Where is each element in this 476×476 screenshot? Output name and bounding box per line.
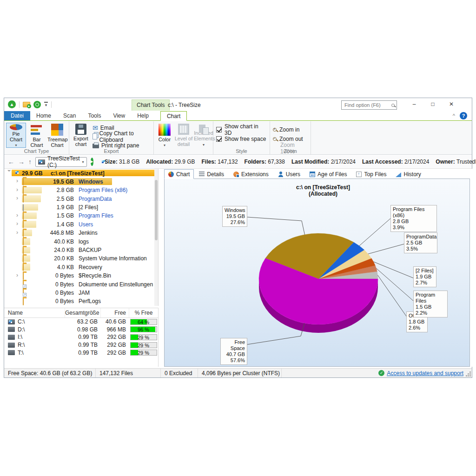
header-pct-free[interactable]: % Free xyxy=(129,308,158,317)
pane-tab-users[interactable]: Users xyxy=(274,170,304,178)
treesize-logo-icon[interactable]: ▲ xyxy=(8,100,16,108)
back-button[interactable]: ← xyxy=(8,159,14,165)
drive-row[interactable]: I:\0.99 TB292 GB29 % xyxy=(4,333,158,341)
chevron-right-icon[interactable]: › xyxy=(16,178,21,184)
header-total-size[interactable]: Gesamtgröße xyxy=(65,308,100,317)
included-elements-button[interactable]: Included Elements ▾ xyxy=(194,123,213,148)
scan-target-combobox[interactable]: TreeSizeTest (C:) ▾ xyxy=(35,157,87,167)
checkbox-checked-icon[interactable] xyxy=(216,136,222,142)
tree-row[interactable]: ›2.5 GBProgramData xyxy=(4,194,158,203)
pie-chart-button[interactable]: Pie Chart ▾ xyxy=(6,123,26,148)
tree-item-size: 40.0 KB xyxy=(23,238,74,245)
copy-icon xyxy=(93,133,97,139)
up-button[interactable]: ↑ xyxy=(28,159,32,165)
scrollbar-thumb[interactable] xyxy=(155,180,158,240)
tree-item-name: Program Files xyxy=(79,212,113,219)
forward-button[interactable]: → xyxy=(18,159,25,165)
pane-tab-chart[interactable]: Chart xyxy=(164,169,194,179)
tree-row[interactable]: ›0 Bytes$Recycle.Bin xyxy=(4,271,158,280)
pane-tab-history[interactable]: History xyxy=(391,170,425,178)
tree-row[interactable]: 20.0 KBSystem Volume Information xyxy=(4,254,158,263)
tree-row[interactable]: 40.0 KBlogs xyxy=(4,237,158,245)
open-and-scan-icon[interactable] xyxy=(23,102,30,107)
print-label: Print right pane xyxy=(101,142,139,149)
show-chart-3d-checkbox[interactable]: Show chart in 3D xyxy=(216,126,267,134)
tree-row[interactable]: 1.9 GB[2 Files] xyxy=(4,203,158,212)
checkbox-checked-icon[interactable] xyxy=(216,127,222,132)
tree-item-name: BACKUP xyxy=(79,247,101,253)
drive-row[interactable]: R:\0.99 TB292 GB29 % xyxy=(4,341,158,349)
chevron-right-icon[interactable]: › xyxy=(16,220,21,227)
copy-chart-button[interactable]: Copy Chart to Clipboard xyxy=(91,132,152,140)
tree-item-name: Users xyxy=(79,221,93,228)
top-tab-icon xyxy=(356,172,362,177)
tree-row[interactable]: 24.0 KBBACKUP xyxy=(4,246,158,254)
quick-access-toolbar: ▲ ▾ xyxy=(8,100,52,108)
chevron-right-icon[interactable]: › xyxy=(16,272,21,278)
rescan-icon[interactable] xyxy=(33,101,41,108)
ribbon-tab-chart[interactable]: Chart xyxy=(160,111,187,121)
ribbon-tab-help[interactable]: Help xyxy=(131,111,155,120)
tree-row[interactable]: ›19.5 GBWindows xyxy=(4,177,158,185)
level-of-detail-button[interactable]: Level of detail xyxy=(174,123,193,148)
find-option-box[interactable] xyxy=(341,100,397,110)
users-tab-icon xyxy=(278,172,284,177)
header-free[interactable]: Free xyxy=(100,308,129,317)
drive-row[interactable]: T:\0.99 TB292 GB29 % xyxy=(4,349,158,357)
tree-row[interactable]: ›2.8 GBProgram Files (x86) xyxy=(4,186,158,194)
resize-grip[interactable] xyxy=(469,375,471,377)
collapse-ribbon-icon[interactable]: ^ xyxy=(453,113,455,119)
chevron-right-icon[interactable]: › xyxy=(16,229,21,236)
header-name[interactable]: Name xyxy=(4,310,65,316)
treemap-chart-button[interactable]: Treemap Chart xyxy=(47,123,67,148)
callout-program-files: Program Files1.5 GB2.2% xyxy=(413,291,448,317)
pane-tab-top-files[interactable]: Top Files xyxy=(352,170,390,178)
drive-row[interactable]: C:\63.2 GB40.6 GB64 % xyxy=(4,318,158,326)
find-option-input[interactable] xyxy=(344,102,391,108)
tree-scrollbar[interactable] xyxy=(154,169,158,306)
ribbon-tab-view[interactable]: View xyxy=(107,111,131,120)
ribbon-tab-tools[interactable]: Tools xyxy=(82,111,107,120)
chevron-down-icon[interactable]: › xyxy=(6,170,13,174)
color-button[interactable]: Color ▾ xyxy=(156,123,173,148)
maximize-button[interactable]: □ xyxy=(423,98,442,110)
tree-row[interactable]: 0 BytesJAM xyxy=(4,288,158,297)
pane-tab-age-of-files[interactable]: Age of Files xyxy=(305,170,351,178)
chevron-right-icon[interactable]: › xyxy=(16,186,21,193)
drive-table-header[interactable]: Name Gesamtgröße Free % Free xyxy=(4,308,158,318)
close-button[interactable]: ✕ xyxy=(442,98,461,110)
zoom-in-button[interactable]: + Zoom in xyxy=(273,126,308,134)
customize-qat-icon[interactable]: ▾ xyxy=(44,102,48,107)
chevron-right-icon[interactable]: › xyxy=(16,195,21,201)
ribbon-tab-scan[interactable]: Scan xyxy=(57,111,82,120)
chevron-right-icon[interactable]: › xyxy=(16,212,21,218)
tree-item-size: 29.9 GB xyxy=(22,170,48,177)
drive-row[interactable]: D:\0.98 GB966 MB96 % xyxy=(4,326,158,334)
drive-icon xyxy=(8,327,15,332)
pane-tab-extensions[interactable]: Extensions xyxy=(229,170,273,178)
ribbon-tab-datei[interactable]: Datei xyxy=(4,111,30,120)
age-tab-icon xyxy=(310,172,315,177)
tree-row[interactable]: ›29.9 GBc:\ on [TreeSizeTest] xyxy=(4,169,158,177)
tree-row[interactable]: ›446.8 MBJenkins xyxy=(4,229,158,237)
tree-row[interactable]: 0 BytesPerfLogs xyxy=(4,297,158,305)
updates-link-area: ✓ Access to updates and support xyxy=(378,370,472,377)
pane-tab-details[interactable]: Details xyxy=(195,170,228,178)
tree-row[interactable]: 0 BytesDokumente und Einstellungen xyxy=(4,280,158,288)
minimize-button[interactable]: – xyxy=(405,98,423,110)
start-scan-button[interactable]: ▶ xyxy=(91,158,93,166)
ribbon-tab-home[interactable]: Home xyxy=(30,111,57,120)
show-free-space-checkbox[interactable]: Show free space xyxy=(216,135,267,143)
tree-item-size: 446.8 MB xyxy=(23,230,74,236)
chevron-down-icon: ▾ xyxy=(164,143,165,147)
treemap-icon xyxy=(51,124,63,136)
updates-link[interactable]: Access to updates and support xyxy=(387,370,463,377)
tree-row[interactable]: 4.0 KBRecovery xyxy=(4,263,158,271)
contextual-tab-chart-tools[interactable]: Chart Tools xyxy=(132,99,170,111)
tree-row[interactable]: ›1.4 GBUsers xyxy=(4,220,158,228)
help-icon[interactable]: ? xyxy=(460,112,467,119)
bar-chart-button[interactable]: Bar Chart xyxy=(27,123,46,148)
tree-row[interactable]: ›1.5 GBProgram Files xyxy=(4,212,158,220)
export-chart-button[interactable]: Export chart xyxy=(71,123,91,149)
callout-free-space: Free Space40.7 GB57.6% xyxy=(220,338,247,365)
